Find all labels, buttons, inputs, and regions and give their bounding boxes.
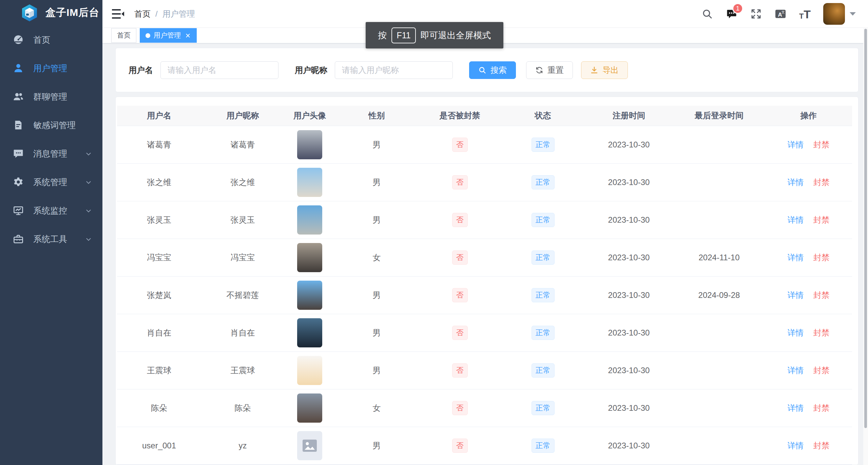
ban-link[interactable]: 封禁 (813, 403, 830, 412)
banned-badge: 否 (452, 326, 468, 340)
ban-link[interactable]: 封禁 (813, 366, 830, 375)
cell-banned: 否 (418, 314, 501, 351)
user-icon (13, 63, 24, 74)
cell-banned: 否 (418, 239, 501, 276)
banned-badge: 否 (452, 363, 468, 378)
sidebar-item-sensitive-words[interactable]: 敏感词管理 (0, 111, 102, 139)
font-size-icon[interactable]: TT (799, 8, 811, 20)
status-badge: 正常 (532, 213, 555, 227)
cell-avatar (284, 126, 335, 163)
ban-link[interactable]: 封禁 (813, 215, 830, 224)
cell-username: user_001 (117, 427, 201, 464)
detail-link[interactable]: 详情 (787, 441, 804, 450)
document-icon (13, 120, 24, 130)
cell-actions: 详情 封禁 (765, 276, 852, 314)
user-avatar-image (297, 318, 322, 347)
translate-icon[interactable]: A文 (774, 8, 787, 20)
ban-link[interactable]: 封禁 (813, 290, 830, 300)
cell-banned: 否 (418, 389, 501, 427)
detail-link[interactable]: 详情 (787, 328, 804, 337)
cell-actions: 详情 封禁 (765, 201, 852, 239)
banned-badge: 否 (452, 439, 468, 453)
sidebar-item-users[interactable]: 用户管理 (0, 54, 102, 82)
cell-actions: 详情 封禁 (765, 314, 852, 351)
page-scrollbar (863, 28, 868, 465)
avatar (823, 3, 845, 25)
col-last-login: 最后登录时间 (673, 106, 765, 126)
breadcrumb-home[interactable]: 首页 (134, 8, 151, 19)
detail-link[interactable]: 详情 (787, 366, 804, 375)
fullscreen-toast: 按 F11 即可退出全屏模式 (366, 22, 503, 48)
cell-avatar (284, 201, 335, 239)
cell-status: 正常 (501, 126, 584, 163)
cell-avatar (284, 389, 335, 427)
topbar-actions: 1 A文 TT (701, 3, 856, 25)
ban-link[interactable]: 封禁 (813, 178, 830, 187)
chevron-down-icon (85, 235, 92, 243)
sidebar-item-messages[interactable]: 消息管理 (0, 139, 102, 168)
detail-link[interactable]: 详情 (787, 290, 804, 300)
nickname-input[interactable] (335, 61, 453, 79)
reset-button[interactable]: 重置 (526, 61, 573, 79)
message-notifications-icon[interactable]: 1 (726, 8, 738, 20)
cell-banned: 否 (418, 163, 501, 201)
fullscreen-icon[interactable] (750, 8, 762, 20)
cell-username: 诸葛青 (117, 126, 201, 163)
ban-link[interactable]: 封禁 (813, 140, 830, 149)
cell-registered: 2023-10-30 (584, 351, 673, 389)
cell-avatar (284, 427, 335, 464)
detail-link[interactable]: 详情 (787, 215, 804, 224)
tab-home[interactable]: 首页 (111, 28, 136, 43)
status-badge: 正常 (532, 326, 555, 340)
sidebar-item-system-tools[interactable]: 系统工具 (0, 225, 102, 253)
tab-close-icon[interactable] (185, 33, 191, 39)
sidebar-item-label: 消息管理 (33, 148, 67, 159)
cell-gender: 女 (335, 389, 418, 427)
sidebar-item-system-monitor[interactable]: 系统监控 (0, 196, 102, 225)
search-icon[interactable] (701, 8, 713, 20)
sidebar: 盒子IM后台 首页 用户管理 群聊管理 (0, 0, 102, 465)
ban-link[interactable]: 封禁 (813, 441, 830, 450)
user-menu[interactable] (823, 3, 856, 25)
cell-nickname: 肖自在 (201, 314, 284, 351)
sidebar-item-groups[interactable]: 群聊管理 (0, 82, 102, 111)
sidebar-collapse-button[interactable] (112, 8, 124, 19)
cell-registered: 2023-10-30 (584, 389, 673, 427)
detail-link[interactable]: 详情 (787, 140, 804, 149)
monitor-icon (13, 205, 24, 216)
cell-username: 肖自在 (117, 314, 201, 351)
tab-user-management[interactable]: 用户管理 (140, 28, 197, 43)
gear-icon (13, 177, 24, 187)
dashboard-icon (13, 34, 24, 45)
cell-last-login: 2024-09-28 (673, 276, 765, 314)
detail-link[interactable]: 详情 (787, 253, 804, 262)
scrollbar-thumb[interactable] (864, 29, 867, 428)
ban-link[interactable]: 封禁 (813, 253, 830, 262)
cell-registered: 2023-10-30 (584, 239, 673, 276)
cell-status: 正常 (501, 201, 584, 239)
col-nickname: 用户昵称 (201, 106, 284, 126)
sidebar-item-system-admin[interactable]: 系统管理 (0, 168, 102, 196)
export-button[interactable]: 导出 (581, 61, 628, 79)
col-actions: 操作 (765, 106, 852, 126)
cell-actions: 详情 封禁 (765, 239, 852, 276)
cell-actions: 详情 封禁 (765, 163, 852, 201)
detail-link[interactable]: 详情 (787, 178, 804, 187)
search-button[interactable]: 搜索 (469, 61, 516, 79)
detail-link[interactable]: 详情 (787, 403, 804, 412)
ban-link[interactable]: 封禁 (813, 328, 830, 337)
app-logo[interactable]: 盒子IM后台 (0, 0, 102, 25)
cell-status: 正常 (501, 239, 584, 276)
cell-status: 正常 (501, 351, 584, 389)
sidebar-item-home[interactable]: 首页 (0, 25, 102, 54)
table-row: 冯宝宝 冯宝宝 女 否 正常 2023-10-30 2024-11-10 详情 … (117, 239, 852, 276)
col-registered: 注册时间 (584, 106, 673, 126)
cell-avatar (284, 239, 335, 276)
cell-username: 张灵玉 (117, 201, 201, 239)
status-badge: 正常 (532, 288, 555, 302)
username-input[interactable] (160, 61, 278, 79)
cell-banned: 否 (418, 126, 501, 163)
col-username: 用户名 (117, 106, 201, 126)
image-placeholder-icon (297, 431, 322, 460)
status-badge: 正常 (532, 401, 555, 415)
